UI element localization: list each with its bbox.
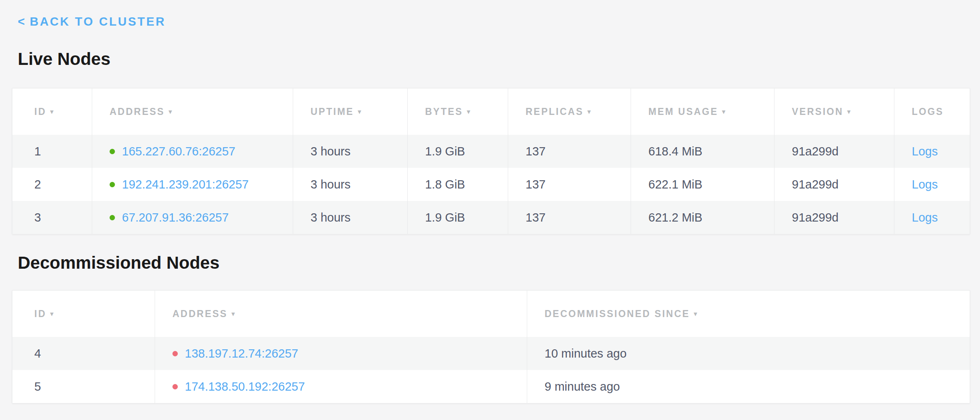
node-uptime-cell: 3 hours	[293, 201, 407, 234]
node-version-cell: 91a299d	[774, 201, 894, 234]
table-row: 3 67.207.91.36:26257 3 hours 1.9 GiB 137…	[12, 201, 970, 234]
sort-arrow-icon: ▾	[693, 310, 698, 318]
node-decommissioned-since-cell: 10 minutes ago	[527, 337, 970, 370]
node-live-status-icon	[110, 215, 115, 220]
logs-link[interactable]: Logs	[912, 145, 938, 158]
column-header-logs: LOGS	[894, 88, 970, 135]
node-uptime-cell: 3 hours	[293, 135, 407, 168]
node-list-page: <BACK TO CLUSTER Live Nodes ID▾ ADDRESS▾…	[0, 0, 980, 420]
node-address-link[interactable]: 67.207.91.36:26257	[122, 211, 229, 224]
header-row: ID▾ ADDRESS▾ DECOMMISSIONED SINCE▾	[12, 291, 970, 337]
sort-arrow-icon: ▾	[467, 107, 472, 116]
node-decommissioned-since-cell: 9 minutes ago	[527, 370, 970, 403]
node-replicas-cell: 137	[508, 168, 631, 201]
node-bytes-cell: 1.8 GiB	[407, 168, 508, 201]
node-id-cell: 3	[12, 201, 92, 234]
header-row: ID▾ ADDRESS▾ UPTIME▾ BYTES▾ REPLICAS▾ ME…	[12, 88, 970, 135]
sort-arrow-icon: ▾	[587, 107, 592, 116]
node-address-link[interactable]: 138.197.12.74:26257	[185, 347, 298, 360]
node-bytes-cell: 1.9 GiB	[407, 201, 508, 234]
node-logs-cell: Logs	[894, 201, 970, 234]
node-logs-cell: Logs	[894, 135, 970, 168]
sort-arrow-icon: ▾	[50, 107, 55, 116]
chevron-left-icon: <	[18, 15, 25, 28]
node-version-cell: 91a299d	[774, 135, 894, 168]
logs-link[interactable]: Logs	[912, 178, 938, 191]
decommissioned-nodes-title: Decommissioned Nodes	[18, 253, 980, 272]
node-address-link[interactable]: 192.241.239.201:26257	[122, 178, 249, 191]
column-header-address[interactable]: ADDRESS▾	[155, 291, 527, 337]
sort-arrow-icon: ▾	[847, 107, 852, 116]
back-link-label: BACK TO CLUSTER	[30, 15, 166, 28]
node-logs-cell: Logs	[894, 168, 970, 201]
column-header-decommissioned-since[interactable]: DECOMMISSIONED SINCE▾	[527, 291, 970, 337]
node-id-cell: 2	[12, 168, 92, 201]
node-address-cell: 165.227.60.76:26257	[92, 135, 293, 168]
logs-link[interactable]: Logs	[912, 211, 938, 224]
node-live-status-icon	[110, 182, 115, 187]
node-decommissioned-status-icon	[172, 384, 178, 389]
node-address-link[interactable]: 165.227.60.76:26257	[122, 145, 235, 158]
node-decommissioned-status-icon	[172, 351, 178, 356]
node-replicas-cell: 137	[508, 135, 631, 168]
node-address-cell: 67.207.91.36:26257	[92, 201, 293, 234]
node-address-cell: 138.197.12.74:26257	[155, 337, 527, 370]
node-address-cell: 174.138.50.192:26257	[155, 370, 527, 403]
node-mem-usage-cell: 621.2 MiB	[631, 201, 774, 234]
column-header-replicas[interactable]: REPLICAS▾	[508, 88, 631, 135]
sort-arrow-icon: ▾	[722, 107, 727, 116]
node-replicas-cell: 137	[508, 201, 631, 234]
table-row: 4 138.197.12.74:26257 10 minutes ago	[12, 337, 970, 370]
table-row: 5 174.138.50.192:26257 9 minutes ago	[12, 370, 970, 403]
column-header-mem-usage[interactable]: MEM USAGE▾	[631, 88, 774, 135]
node-live-status-icon	[110, 149, 115, 154]
sort-arrow-icon: ▾	[168, 107, 173, 116]
node-address-cell: 192.241.239.201:26257	[92, 168, 293, 201]
node-id-cell: 4	[12, 337, 155, 370]
table-row: 2 192.241.239.201:26257 3 hours 1.8 GiB …	[12, 168, 970, 201]
node-version-cell: 91a299d	[774, 168, 894, 201]
node-address-link[interactable]: 174.138.50.192:26257	[185, 380, 305, 393]
column-header-uptime[interactable]: UPTIME▾	[293, 88, 407, 135]
sort-arrow-icon: ▾	[50, 310, 55, 318]
column-header-id[interactable]: ID▾	[12, 291, 155, 337]
decommissioned-nodes-table: ID▾ ADDRESS▾ DECOMMISSIONED SINCE▾ 4 138…	[12, 290, 970, 403]
node-bytes-cell: 1.9 GiB	[407, 135, 508, 168]
node-mem-usage-cell: 618.4 MiB	[631, 135, 774, 168]
back-to-cluster-link[interactable]: <BACK TO CLUSTER	[18, 16, 166, 28]
sort-arrow-icon: ▾	[358, 107, 363, 116]
column-header-address[interactable]: ADDRESS▾	[92, 88, 293, 135]
table-row: 1 165.227.60.76:26257 3 hours 1.9 GiB 13…	[12, 135, 970, 168]
sort-arrow-icon: ▾	[231, 310, 236, 318]
column-header-id[interactable]: ID▾	[12, 88, 92, 135]
node-id-cell: 5	[12, 370, 155, 403]
node-mem-usage-cell: 622.1 MiB	[631, 168, 774, 201]
live-nodes-table: ID▾ ADDRESS▾ UPTIME▾ BYTES▾ REPLICAS▾ ME…	[12, 88, 970, 234]
node-uptime-cell: 3 hours	[293, 168, 407, 201]
column-header-version[interactable]: VERSION▾	[774, 88, 894, 135]
node-id-cell: 1	[12, 135, 92, 168]
live-nodes-title: Live Nodes	[18, 50, 980, 69]
column-header-bytes[interactable]: BYTES▾	[407, 88, 508, 135]
